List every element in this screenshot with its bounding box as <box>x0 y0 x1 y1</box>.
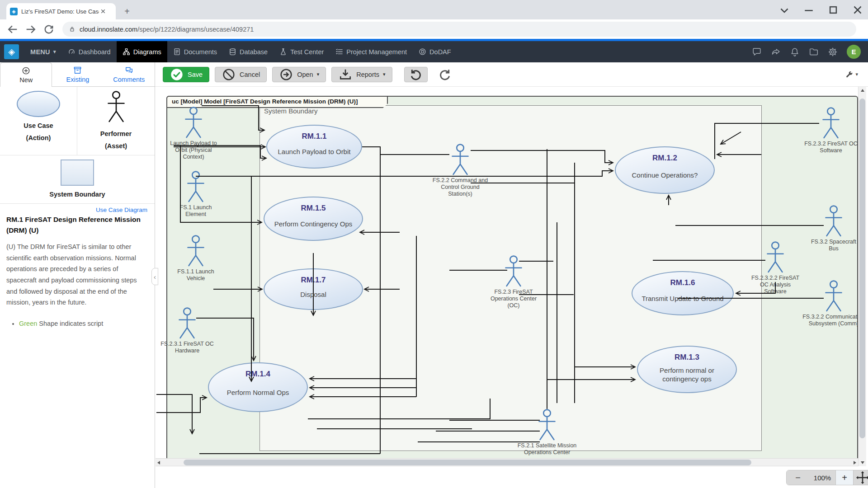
horizontal-scrollbar[interactable] <box>156 458 858 466</box>
use-case-label: Launch Payload to Orbit <box>271 141 358 168</box>
nav-item-dashboard[interactable]: Dashboard <box>62 41 117 62</box>
user-avatar[interactable]: E <box>847 45 861 59</box>
palette-performer[interactable]: Performer(Asset) <box>77 87 155 155</box>
use-case-rm-1-4[interactable]: RM.1.4Perform Normal Ops <box>208 362 308 412</box>
use-case-rm-1-6[interactable]: RM.1.6Transmit Update to Ground <box>632 271 734 315</box>
nav-item-label: Diagrams <box>133 48 161 56</box>
horizontal-scroll-thumb[interactable] <box>184 460 751 465</box>
actor-fs-3-2-2[interactable]: FS.3.2.2 Communication Subsystem (Comm) <box>802 280 866 327</box>
scroll-down-icon[interactable] <box>861 461 864 464</box>
url-input[interactable]: cloud.innoslate.com/spec/p/1222/diagrams… <box>62 22 856 37</box>
chevron-down-icon: ▾ <box>383 72 386 77</box>
stick-figure-icon <box>107 91 126 123</box>
actor-fs-2-1[interactable]: FS.2.1 Satellite Mission Operations Cent… <box>517 409 577 456</box>
actor-launch[interactable]: Launch Payload to Orbit (Physical Contex… <box>168 107 219 160</box>
sidebar-collapse-handle[interactable]: ‹ <box>151 268 158 285</box>
undo-icon <box>409 67 423 82</box>
nav-item-documents[interactable]: Documents <box>167 41 223 62</box>
vertical-scroll-thumb[interactable] <box>859 99 865 438</box>
use-case-rm-1-5[interactable]: RM.1.5Perform Contingency Ops <box>264 197 363 241</box>
innoslate-logo-icon[interactable]: ◈ <box>4 44 19 59</box>
actor-fs-2-3-1[interactable]: FS.2.3.1 FireSAT OC Hardware <box>157 307 217 354</box>
gear-icon[interactable] <box>828 47 838 57</box>
use-case-rm-1-2[interactable]: RM.1.2Continue Operations? <box>615 146 715 194</box>
save-button[interactable]: Save <box>163 67 209 82</box>
document-icon <box>173 48 181 56</box>
vertical-scrollbar[interactable] <box>858 87 866 466</box>
actor-fs-3-2[interactable]: FS.3.2 Spacecraft Bus <box>808 205 859 252</box>
url-domain: cloud.innoslate.com <box>80 26 137 33</box>
refresh-icon[interactable] <box>42 23 55 36</box>
nav-item-dodaf[interactable]: DoDAF <box>413 41 457 62</box>
new-tab-button[interactable]: + <box>121 5 133 17</box>
use-case-rm-1-7[interactable]: RM.1.7Disposal <box>264 268 363 310</box>
stick-figure-icon <box>184 107 203 139</box>
actor-fs-2-2[interactable]: FS.2.2 Command and Control Ground Statio… <box>430 144 490 197</box>
use-case-rm-1-3[interactable]: RM.1.3Perform normal or contingency ops <box>637 346 737 393</box>
zoom-in-button[interactable]: + <box>835 470 854 485</box>
nav-item-label: DoDAF <box>429 48 451 56</box>
palette-sublabel: (Asset) <box>105 142 127 150</box>
folder-icon[interactable] <box>809 47 819 57</box>
use-case-rm-1-1[interactable]: RM.1.1Launch Payload to Orbit <box>266 125 362 169</box>
open-button[interactable]: Open▾ <box>272 67 326 82</box>
use-case-diagram-link[interactable]: Use Case Diagram <box>6 206 147 213</box>
sidebar-tab-existing[interactable]: Existing <box>52 62 103 87</box>
pan-tool-button[interactable] <box>854 470 868 485</box>
tab-close-icon[interactable] <box>99 7 107 15</box>
zoom-level: 100% <box>809 470 835 485</box>
sidebar-tab-label: Comments <box>113 76 145 83</box>
forward-icon[interactable] <box>24 23 37 36</box>
nav-item-project-management[interactable]: Project Management <box>330 41 413 62</box>
nav-item-label: Test Center <box>290 48 324 56</box>
cancel-button[interactable]: Cancel <box>215 67 267 82</box>
diagram-description: (U) The DRM for FireSAT is similar to ot… <box>6 241 147 308</box>
nav-item-test-center[interactable]: Test Center <box>274 41 330 62</box>
scroll-up-icon[interactable] <box>861 89 864 92</box>
actor-label: FS.2.3.1 FireSAT OC Hardware <box>157 341 217 354</box>
chat-icon[interactable] <box>752 47 762 57</box>
share-icon[interactable] <box>771 47 781 57</box>
actor-fs-2-3-2[interactable]: FS.2.3.2 FireSAT OC Software <box>801 107 861 154</box>
scroll-left-icon[interactable] <box>157 461 160 465</box>
nav-item-label: Project Management <box>346 48 407 56</box>
menu-button[interactable]: MENU▾ <box>24 41 62 62</box>
sidebar-tab-label: Existing <box>66 76 90 83</box>
nav-item-label: Database <box>240 48 268 56</box>
sidebar-tab-new[interactable]: New <box>0 62 52 87</box>
palette-use-case[interactable]: Use Case(Action) <box>0 87 77 155</box>
actor-fs-1[interactable]: FS.1 Launch Element <box>173 171 218 218</box>
stick-figure-icon <box>824 205 843 238</box>
actor-fs-2-3-2-2[interactable]: FS.2.3.2.2 FireSAT OC Analysis Software <box>748 241 802 295</box>
flask-icon <box>279 48 287 56</box>
pan-icon <box>854 470 868 485</box>
redo-button[interactable] <box>433 67 457 82</box>
window-maximize-icon[interactable] <box>826 3 840 17</box>
undo-button[interactable] <box>404 67 428 82</box>
bell-icon[interactable] <box>790 47 800 57</box>
zoom-out-button[interactable]: − <box>787 470 809 485</box>
actor-fs-1-1[interactable]: FS.1.1 Launch Vehicle <box>171 235 221 282</box>
back-icon[interactable] <box>6 23 19 36</box>
diagram-heading: RM.1 FireSAT Design Reference Mission (D… <box>6 214 147 236</box>
window-minimize-icon[interactable] <box>802 3 816 17</box>
actor-fs-2-3[interactable]: FS.2.3 FireSAT Operations Center (OC) <box>486 255 541 309</box>
scroll-right-icon[interactable] <box>854 461 856 465</box>
diagram-settings-button[interactable]: ▾ <box>845 70 858 79</box>
chevron-down-icon: ▾ <box>317 72 320 77</box>
actor-label: FS.3.2.2 Communication Subsystem (Comm) <box>802 314 866 327</box>
window-close-icon[interactable] <box>851 3 864 17</box>
comments-icon <box>125 66 133 75</box>
system-boundary-shape <box>61 160 94 186</box>
palette-system-boundary[interactable]: System Boundary <box>0 155 155 204</box>
nav-item-diagrams[interactable]: Diagrams <box>117 41 167 62</box>
sidebar-tab-comments[interactable]: Comments <box>104 62 155 87</box>
stick-figure-icon <box>538 409 557 441</box>
nav-item-database[interactable]: Database <box>223 41 274 62</box>
browser-tab[interactable]: ◈ Liz's FireSAT Demo: Use Case Dia <box>6 3 116 19</box>
window-menu-chevron-icon[interactable] <box>778 3 791 17</box>
reports-button[interactable]: Reports▾ <box>331 67 392 82</box>
diagram-canvas[interactable]: uc [Model] Model [FireSAT Design Referen… <box>156 87 868 488</box>
diagram-toolbar: Save Cancel Open▾ Reports▾ ▾ <box>155 62 868 87</box>
tab-title: Liz's FireSAT Demo: Use Case Dia <box>21 8 99 15</box>
